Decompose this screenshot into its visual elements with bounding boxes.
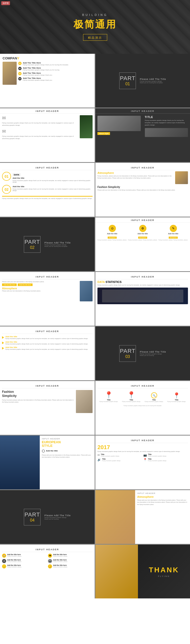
- year-header: INPUT HEADER: [97, 438, 188, 443]
- menu-num-4: 04: [18, 77, 22, 80]
- icon3-circle: ✎: [170, 225, 177, 232]
- euro-image: [0, 436, 40, 489]
- data01-title2: Add the title: [13, 185, 93, 188]
- part02-num2: 02: [30, 245, 35, 250]
- addtitle-header: INPUT HEADER: [2, 274, 93, 279]
- fashion-big-title: FashionSimplicity: [2, 390, 74, 398]
- icon1-desc: Flying mountains, please. Flying mountai…: [97, 239, 127, 241]
- icon3-tag: Atmosphere: [169, 237, 178, 239]
- part03-number: PART: [120, 348, 135, 354]
- pin-2: 📍 Title Flying mountains graphic design.: [122, 391, 141, 402]
- arrows-header: INPUT HEADER: [2, 329, 93, 334]
- atm-last-desc: Please add your text description in the …: [137, 499, 188, 505]
- company-slide: COMPANY 01 Add The Title Here Flying mou…: [0, 54, 95, 108]
- part04-num2: 04: [30, 518, 35, 523]
- atm-last-header: INPUT HEADER: [137, 492, 188, 494]
- fashion-slide: INPUT HEADER FashionSimplicity Flying mo…: [0, 381, 95, 435]
- year-num: 2017: [97, 444, 188, 451]
- icon-item-3: ✎ Add the title Atmosphere Flying mounta…: [158, 225, 188, 241]
- icons-row-slide: INPUT HEADER ⊙ Add the title Atmosphere …: [95, 217, 190, 271]
- menu-item-3: 03 Add The Title Here Flying mountains g…: [18, 72, 69, 76]
- fashion-header: INPUT HEADER: [2, 383, 93, 388]
- pin-1: 📍 Title Flying mountains graphic design.: [99, 391, 118, 402]
- year-slide: INPUT HEADER 2017 Flying mountains graph…: [95, 436, 190, 489]
- part01-label: Please Add The Title: [140, 78, 166, 80]
- part03-right: Please Add The Title Flying mountains gr…: [140, 351, 166, 356]
- icon2-label: Add the title: [127, 233, 158, 235]
- icon2-circle: ⚙: [139, 225, 146, 232]
- euro-slide: INPUT HEADER EUROPEANSTYLE ⬡ Add the tit…: [0, 436, 95, 489]
- part01-slide: PART 01 Please Add The Title Flying moun…: [95, 54, 190, 108]
- icon3-label: Add the title: [158, 233, 188, 235]
- icon2-desc: Flying mountains, please. Flying mountai…: [127, 239, 158, 241]
- menu-text-4: Add The Title Here Flying mountains grap…: [23, 77, 52, 81]
- icon1-tag: Atmosphere: [108, 237, 117, 239]
- part03-desc: Flying mountains graphic design thank yo…: [140, 353, 165, 356]
- data01-footer: Flying mountains graphic design thank yo…: [2, 198, 93, 199]
- album-image2: [145, 128, 188, 137]
- part03-num2: 03: [125, 354, 130, 359]
- icon3-desc: Flying mountains, please. Flying mountai…: [158, 239, 188, 241]
- ig-item-3: ★ Add the title hereFlying mountains, pl…: [2, 559, 47, 563]
- part02-label: Please Add The Title: [44, 241, 71, 244]
- data01-num: 01: [5, 174, 9, 178]
- data01-desc2: Flying mountains graphic design thank yo…: [13, 188, 93, 191]
- fashion-big-desc: Flying mountains please add your text de…: [2, 399, 74, 403]
- part03-box: PART 03: [119, 345, 136, 362]
- euro-title: EUROPEANSTYLE: [42, 440, 93, 448]
- icon-grid-slide: INPUT HEADER 🏠 Add the title hereFlying …: [0, 545, 95, 598]
- data01-slide: INPUT HEADER 01 DATA Add the title Flyin…: [0, 163, 95, 217]
- btn1[interactable]: Add the title here: [2, 283, 17, 286]
- atm2-desc: Please add your text description in the …: [2, 290, 78, 292]
- atm1-title: Atmosphere: [97, 171, 174, 174]
- part02-number: PART: [24, 239, 40, 245]
- album-tag: Album Style: [97, 132, 110, 135]
- env-image: [80, 115, 93, 138]
- part01-num2: 01: [125, 82, 130, 86]
- year-item-1: ✉ TitleFlying mountains graphic design.: [97, 453, 142, 457]
- year-item-3: 🔊 TitleFlying mountains graphic design.: [97, 458, 142, 461]
- atm1-desc: Flying mountains, please add your text d…: [97, 175, 174, 179]
- menu-num-1: 01: [18, 62, 22, 65]
- data01-bar: [2, 196, 93, 197]
- env-text2: Flying mountains graphic design thank yo…: [2, 135, 78, 140]
- album-image: [97, 116, 141, 131]
- thank-word: THANK: [149, 566, 179, 574]
- data01-title: Add the title: [13, 177, 93, 179]
- stats-image: [97, 288, 188, 304]
- icon-item-2: ⚙ Add the title Atmosphere Flying mounta…: [127, 225, 158, 241]
- env-text1: Flying mountains graphic design thank yo…: [2, 122, 78, 126]
- euro-header-text: INPUT HEADER: [42, 438, 93, 440]
- part02-desc: Flying mountains graphic design thank yo…: [44, 244, 70, 247]
- arrow-item-3: Add the title Flying mountains graphic d…: [2, 346, 93, 350]
- pin-3: 🔍 Title Flying mountains graphic design.: [145, 392, 163, 402]
- icon1-label: Add the title: [97, 233, 127, 235]
- arrow-item-2: Add the title Flying mountains graphic d…: [2, 341, 93, 345]
- atm-last-slide: INPUT HEADER Atmosphere Please add your …: [95, 490, 190, 544]
- atm1-image: [175, 171, 188, 184]
- data01-header: INPUT HEADER: [2, 165, 93, 170]
- ig-item-2: ☎ Add the title hereFlying mountains, pl…: [48, 554, 93, 558]
- part01-desc: Flying mountains graphic design thank yo…: [140, 80, 165, 83]
- data01-label: DATA: [13, 173, 21, 176]
- company-image: [3, 62, 17, 85]
- part01-right: Please Add The Title Flying mountains gr…: [140, 78, 166, 83]
- menu-item-2: 02 Add The Title Here Flying mountains g…: [18, 67, 69, 71]
- atm-last-image: [95, 490, 135, 544]
- menu-list: 01 Add The Title Here Flying mountains g…: [18, 62, 69, 82]
- addtitle-slide: INPUT HEADER Please add your text descri…: [0, 272, 95, 326]
- addtitle-desc: Please add your text description in the …: [2, 281, 78, 282]
- company-letter: Y: [17, 56, 19, 60]
- data01-num2: 02: [5, 187, 9, 192]
- part02-slide: PART 02 Please Add The Title Flying moun…: [0, 217, 95, 271]
- stats-desc: Flying mountains graphic design thank yo…: [97, 284, 188, 286]
- menu-item-1: 01 Add The Title Here Flying mountains g…: [18, 62, 69, 66]
- ig-item-4: 📷 Add the title hereFlying mountains, pl…: [48, 559, 93, 563]
- part04-right: Please Add The Title Flying mountains gr…: [44, 514, 71, 520]
- thank-slide: THANK FLYING: [95, 545, 190, 598]
- btn2[interactable]: Add the title here: [18, 283, 32, 286]
- icon1-circle: ⊙: [109, 225, 116, 232]
- album-header: INPUT HEADER: [95, 108, 190, 114]
- menu-item-4: 04 Add The Title Here Flying mountains g…: [18, 77, 69, 81]
- loc-header: INPUT HEADER: [97, 383, 188, 388]
